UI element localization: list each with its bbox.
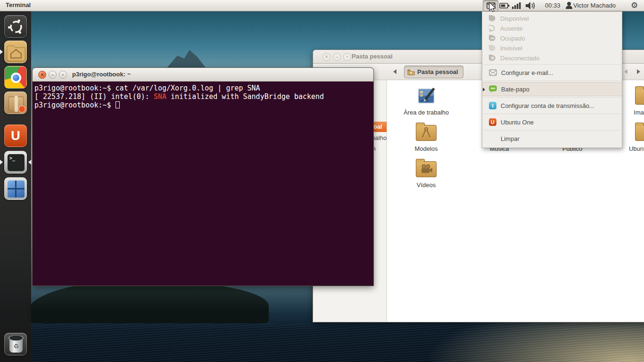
status-available-icon <box>489 15 496 22</box>
terminal-prompt: p3rigo@rootbook:~$ <box>34 101 116 109</box>
unity-launcher: U >_ ♻ <box>0 11 31 362</box>
menu-item-invisivel[interactable]: Invisível <box>482 43 622 53</box>
status-busy-icon <box>489 35 496 42</box>
username[interactable]: Victor Machado <box>573 2 616 9</box>
menu-item-ocupado[interactable]: Ocupado <box>482 33 622 43</box>
messages-indicator-menu: Disponível Ausente Ocupado Invisível Des… <box>482 11 622 148</box>
folder-label: Vídeos <box>391 181 462 189</box>
menu-item-configurar-transmissao[interactable]: t Configurar conta de transmissão... <box>482 99 622 113</box>
minimize-button[interactable]: – <box>49 71 57 79</box>
user-icon[interactable] <box>565 0 573 11</box>
network-signal-icon[interactable] <box>512 0 522 11</box>
menu-separator <box>483 114 621 114</box>
menu-separator <box>483 64 621 65</box>
chrome-icon[interactable] <box>4 66 27 89</box>
dash-home-icon[interactable] <box>4 15 27 38</box>
folder-icon <box>634 85 644 107</box>
menu-separator <box>483 97 621 98</box>
folder-templates-icon <box>415 121 438 144</box>
menu-separator <box>483 130 621 131</box>
active-app-title: Terminal <box>6 1 31 8</box>
terminal-line2-pre: [ 22537.218] (II) intel(0): <box>34 92 154 101</box>
close-button[interactable]: × <box>38 71 46 79</box>
window-title: Pasta pessoal <box>352 53 393 60</box>
mail-icon <box>489 69 497 76</box>
folder-icon <box>634 121 644 144</box>
terminal-content[interactable]: p3rigo@rootbook:~$ cat /var/log/Xorg.0.l… <box>33 82 373 286</box>
terminal-window: × – ▫ p3rigo@rootbook: ~ p3rigo@rootbook… <box>32 67 374 286</box>
folder-area-de-trabalho[interactable]: Área de trabalho <box>391 85 462 116</box>
menu-separator <box>483 81 621 81</box>
breadcrumb[interactable]: Pasta pessoal <box>404 66 463 78</box>
workspace-switcher-icon[interactable] <box>4 177 27 200</box>
ubuntu-one-icon[interactable]: U <box>4 124 27 147</box>
status-invisible-icon <box>489 45 496 52</box>
menu-item-bate-papo[interactable]: Bate-papo <box>482 82 622 96</box>
mouse-cursor <box>487 1 498 14</box>
folder-videos-icon <box>415 157 438 180</box>
maximize-button[interactable]: ▫ <box>59 71 67 79</box>
home-folder-icon[interactable] <box>4 41 27 63</box>
path-scroll-right-icon[interactable] <box>637 69 640 74</box>
ubuntu-one-icon: U <box>489 118 496 126</box>
session-gear-icon[interactable]: ⚙ <box>631 0 638 10</box>
running-indicator-arrow <box>0 49 3 54</box>
wallpaper-island-rock <box>27 280 269 323</box>
focused-indicator-arrow-left <box>0 160 3 165</box>
close-button[interactable]: × <box>322 53 330 61</box>
breadcrumb-label: Pasta pessoal <box>417 68 458 75</box>
menu-item-configurar-email[interactable]: Configurar e-mail... <box>482 66 622 80</box>
focused-indicator-arrow-right <box>28 160 31 165</box>
folder-label: Modelos <box>391 145 462 152</box>
ubuntu-badge-icon <box>18 106 25 113</box>
menu-item-disponivel[interactable]: Disponível <box>482 14 622 24</box>
menu-item-desconectado[interactable]: Desconectado <box>482 53 622 63</box>
home-folder-icon <box>407 67 415 79</box>
folder-modelos[interactable]: Modelos <box>391 121 462 152</box>
top-panel: Terminal 00:33 Victor Machado ⚙ <box>0 0 644 11</box>
wallpaper-mountain-peak <box>166 50 206 69</box>
status-offline-icon <box>489 55 496 62</box>
terminal-line1: p3rigo@rootbook:~$ cat /var/log/Xorg.0.l… <box>34 84 260 92</box>
desktop: × – ▫ Pasta pessoal Pasta pessoal Pasta … <box>0 0 644 362</box>
path-scroll-left-icon[interactable] <box>624 69 627 74</box>
terminal-line2-post: initialized with SandyBridge backend <box>166 92 324 101</box>
folder-label: Área de trabalho <box>391 109 462 116</box>
minimize-button[interactable]: – <box>333 53 341 61</box>
window-title: p3rigo@rootbook: ~ <box>72 71 131 78</box>
folder-videos[interactable]: Vídeos <box>391 157 462 189</box>
breadcrumb-back-arrow-icon[interactable] <box>393 69 396 74</box>
terminal-icon[interactable]: >_ <box>4 151 27 173</box>
terminal-titlebar[interactable]: × – ▫ p3rigo@rootbook: ~ <box>33 68 373 82</box>
desktop-icon <box>415 85 438 107</box>
menu-item-ubuntu-one[interactable]: U Ubuntu One <box>482 115 622 129</box>
status-away-icon <box>489 25 496 32</box>
menu-item-limpar[interactable]: Limpar <box>482 132 622 146</box>
broadcast-icon: t <box>489 102 496 109</box>
terminal-grep-match: SNA <box>154 92 166 101</box>
wallpaper-sea <box>0 323 644 362</box>
software-center-icon[interactable] <box>4 91 27 114</box>
menu-item-ausente[interactable]: Ausente <box>482 24 622 33</box>
terminal-cursor <box>116 101 120 108</box>
volume-icon[interactable] <box>524 0 537 11</box>
maximize-button[interactable]: ▫ <box>343 53 351 61</box>
trash-icon[interactable]: ♻ <box>4 333 27 355</box>
clock[interactable]: 00:33 <box>545 2 561 9</box>
chat-icon <box>489 85 497 93</box>
battery-icon[interactable] <box>499 0 510 11</box>
